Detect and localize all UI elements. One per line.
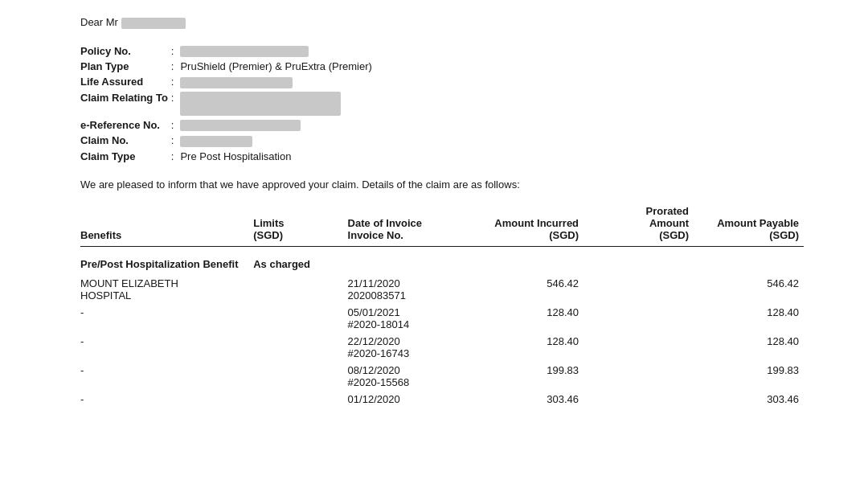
row2-limit <box>253 304 347 333</box>
row3-amount-incurred: 128.40 <box>473 333 583 362</box>
life-assured-row: Life Assured : <box>80 74 372 90</box>
row4-benefit: - <box>80 362 253 391</box>
row5-benefit: - <box>80 391 253 408</box>
table-row: MOUNT ELIZABETHHOSPITAL 21/11/2020202008… <box>80 275 804 304</box>
claim-type-colon: : <box>171 149 181 164</box>
plan-type-colon: : <box>171 59 181 74</box>
claim-no-label: Claim No. <box>80 133 171 149</box>
row2-date: 05/01/2021#2020-18014 <box>348 304 474 333</box>
info-table: Policy No. : Plan Type : PruShield (Prem… <box>80 43 372 164</box>
life-assured-colon: : <box>171 74 181 90</box>
row1-amount-payable: 546.42 <box>694 275 804 304</box>
plan-type-label: Plan Type <box>80 59 171 74</box>
claim-table: Benefits Limits(SGD) Date of InvoiceInvo… <box>80 202 804 408</box>
section-row-prepost: Pre/Post Hospitalization Benefit As char… <box>80 246 804 275</box>
policy-no-value <box>180 43 371 59</box>
th-prorated: ProratedAmount(SGD) <box>583 202 694 247</box>
table-row: - 01/12/2020 303.46 303.46 <box>80 391 804 408</box>
plan-type-row: Plan Type : PruShield (Premier) & PruExt… <box>80 59 372 74</box>
eref-value <box>180 117 371 133</box>
claim-relating-value <box>180 90 371 117</box>
claim-relating-row: Claim Relating To : <box>80 90 372 117</box>
th-benefits: Benefits <box>80 202 253 247</box>
row5-amount-incurred: 303.46 <box>473 391 583 408</box>
th-date-invoice: Date of InvoiceInvoice No. <box>348 202 474 247</box>
claim-relating-label: Claim Relating To <box>80 90 171 117</box>
th-amount-incurred: Amount Incurred(SGD) <box>473 202 583 247</box>
row1-limit <box>253 275 347 304</box>
policy-no-label: Policy No. <box>80 43 171 59</box>
eref-colon: : <box>171 117 181 133</box>
section-benefit-label: Pre/Post Hospitalization Benefit <box>80 246 253 275</box>
claim-type-label: Claim Type <box>80 149 171 164</box>
claim-type-value: Pre Post Hospitalisation <box>180 149 371 164</box>
row5-prorated <box>583 391 694 408</box>
row5-limit <box>253 391 347 408</box>
table-header-row: Benefits Limits(SGD) Date of InvoiceInvo… <box>80 202 804 247</box>
row2-benefit: - <box>80 304 253 333</box>
life-assured-redacted <box>180 77 293 88</box>
row4-amount-payable: 199.83 <box>694 362 804 391</box>
claim-no-value <box>180 133 371 149</box>
row1-prorated <box>583 275 694 304</box>
policy-no-colon: : <box>171 43 181 59</box>
row2-prorated <box>583 304 694 333</box>
section-prorated <box>583 246 694 275</box>
claim-no-colon: : <box>171 133 181 149</box>
claim-type-row: Claim Type : Pre Post Hospitalisation <box>80 149 372 164</box>
claim-no-redacted <box>180 136 252 147</box>
row4-prorated <box>583 362 694 391</box>
life-assured-label: Life Assured <box>80 74 171 90</box>
section-limit: As charged <box>253 246 347 275</box>
row3-prorated <box>583 333 694 362</box>
policy-no-redacted <box>180 46 309 57</box>
life-assured-value <box>180 74 371 90</box>
eref-redacted <box>180 120 301 131</box>
row5-amount-payable: 303.46 <box>694 391 804 408</box>
policy-no-row: Policy No. : <box>80 43 372 59</box>
row1-date: 21/11/20202020083571 <box>348 275 474 304</box>
row1-amount-incurred: 546.42 <box>473 275 583 304</box>
row4-date: 08/12/2020#2020-15568 <box>348 362 474 391</box>
row3-benefit: - <box>80 333 253 362</box>
row5-date: 01/12/2020 <box>348 391 474 408</box>
th-amount-payable: Amount Payable(SGD) <box>694 202 804 247</box>
table-row: - 08/12/2020#2020-15568 199.83 199.83 <box>80 362 804 391</box>
row4-amount-incurred: 199.83 <box>473 362 583 391</box>
table-row: - 22/12/2020#2020-16743 128.40 128.40 <box>80 333 804 362</box>
row2-amount-payable: 128.40 <box>694 304 804 333</box>
section-amount-payable <box>694 246 804 275</box>
eref-row: e-Reference No. : <box>80 117 372 133</box>
section-date <box>348 246 474 275</box>
plan-type-value: PruShield (Premier) & PruExtra (Premier) <box>180 59 371 74</box>
claim-no-row: Claim No. : <box>80 133 372 149</box>
th-limits: Limits(SGD) <box>253 202 347 247</box>
row4-limit <box>253 362 347 391</box>
row2-amount-incurred: 128.40 <box>473 304 583 333</box>
approval-text: We are pleased to inform that we have ap… <box>80 178 804 191</box>
row3-limit <box>253 333 347 362</box>
claim-relating-redacted <box>180 92 341 116</box>
section-amount-incurred <box>473 246 583 275</box>
row3-date: 22/12/2020#2020-16743 <box>348 333 474 362</box>
greeting-text: Dear Mr <box>80 16 804 29</box>
row1-benefit: MOUNT ELIZABETHHOSPITAL <box>80 275 253 304</box>
table-row: - 05/01/2021#2020-18014 128.40 128.40 <box>80 304 804 333</box>
name-redacted <box>121 18 186 29</box>
eref-label: e-Reference No. <box>80 117 171 133</box>
claim-relating-colon: : <box>171 90 181 117</box>
row3-amount-payable: 128.40 <box>694 333 804 362</box>
